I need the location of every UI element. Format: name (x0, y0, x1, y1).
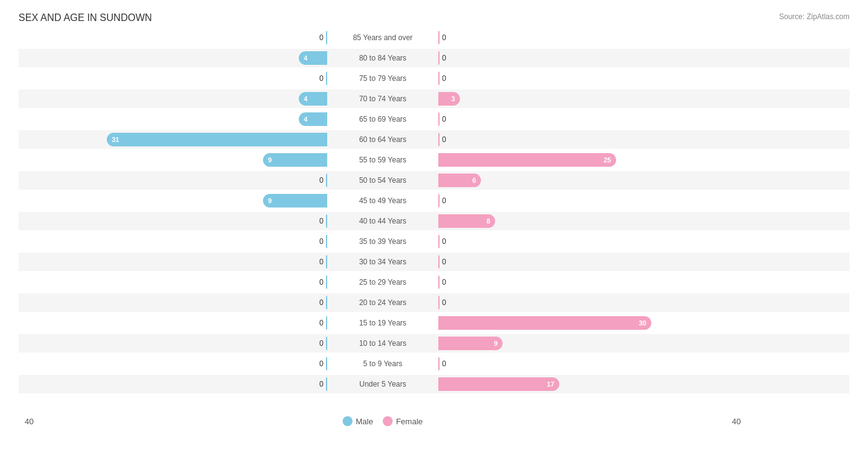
chart-row: 05 to 9 Years0 (19, 354, 849, 373)
female-value: 8 (486, 217, 490, 225)
left-bar-section: 0 (19, 314, 327, 332)
female-value: 0 (442, 33, 446, 42)
male-bar: 31 (107, 133, 327, 146)
female-bar: 0 (438, 72, 440, 85)
chart-row: 945 to 49 Years0 (19, 191, 849, 210)
chart-row: 075 to 79 Years0 (19, 69, 849, 88)
chart-row: 025 to 29 Years0 (19, 273, 849, 291)
right-bar-section: 0 (438, 293, 747, 312)
female-bar: 6 (438, 174, 481, 187)
male-value: 0 (319, 237, 323, 246)
right-bar-section: 0 (438, 273, 747, 291)
right-bar-section: 3 (438, 90, 747, 108)
male-bar: 4 (299, 112, 327, 126)
age-label: 25 to 29 Years (327, 278, 438, 287)
chart-area: 085 Years and over0480 to 84 Years0075 t… (19, 28, 849, 411)
female-value: 0 (442, 237, 446, 246)
female-value: 0 (442, 196, 446, 205)
left-bar-section: 4 (19, 49, 327, 67)
right-bar-section: 30 (438, 314, 747, 332)
legend-male-label: Male (356, 417, 373, 426)
male-bar: 4 (299, 51, 327, 65)
axis-bottom: 40 Male Female 40 (19, 416, 849, 426)
legend: Male Female (327, 416, 438, 426)
left-bar-section: 0 (19, 253, 327, 271)
right-bar-section: 0 (438, 354, 747, 373)
male-value: 4 (304, 54, 307, 62)
age-label: 45 to 49 Years (327, 196, 438, 205)
male-bar: 9 (263, 194, 327, 208)
female-bar: 0 (438, 296, 440, 309)
age-label: 75 to 79 Years (327, 74, 438, 83)
female-value: 9 (494, 340, 498, 347)
male-value: 0 (319, 176, 323, 185)
age-label: 35 to 39 Years (327, 237, 438, 246)
left-bar-section: 0 (19, 171, 327, 190)
left-bar-section: 0 (19, 293, 327, 312)
left-bar-section: 0 (19, 273, 327, 291)
age-label: 15 to 19 Years (327, 319, 438, 327)
male-value: 0 (319, 258, 323, 266)
age-label: 80 to 84 Years (327, 54, 438, 62)
source-label: Source: ZipAtlas.com (779, 12, 849, 21)
legend-female-label: Female (396, 417, 422, 426)
chart-row: 3160 to 64 Years0 (19, 130, 849, 149)
female-bar: 25 (438, 153, 616, 167)
right-bar-section: 0 (438, 28, 747, 47)
age-label: 50 to 54 Years (327, 176, 438, 185)
age-label: 70 to 74 Years (327, 94, 438, 103)
right-bar-section: 0 (438, 110, 747, 128)
chart-row: 085 Years and over0 (19, 28, 849, 47)
female-bar: 0 (438, 31, 440, 44)
male-value: 0 (319, 380, 323, 388)
age-label: 5 to 9 Years (327, 359, 438, 368)
male-bar: 4 (299, 92, 327, 106)
chart-row: 040 to 44 Years8 (19, 212, 849, 230)
right-bar-section: 25 (438, 151, 747, 169)
chart-row: 480 to 84 Years0 (19, 49, 849, 67)
male-value: 0 (319, 278, 323, 287)
female-bar: 9 (438, 337, 503, 350)
age-label: 65 to 69 Years (327, 115, 438, 124)
chart-row: 955 to 59 Years25 (19, 151, 849, 169)
male-value: 0 (319, 339, 323, 348)
female-bar: 0 (438, 51, 440, 65)
left-bar-section: 0 (19, 354, 327, 373)
female-bar: 3 (438, 92, 460, 106)
male-value: 9 (268, 197, 272, 204)
male-value: 0 (319, 298, 323, 307)
female-value: 0 (442, 359, 446, 368)
age-label: 10 to 14 Years (327, 339, 438, 348)
female-bar: 8 (438, 214, 495, 228)
left-bar-section: 0 (19, 334, 327, 353)
male-value: 0 (319, 319, 323, 327)
legend-female: Female (383, 416, 422, 426)
left-bar-section: 4 (19, 110, 327, 128)
legend-male-box (343, 416, 353, 426)
female-value: 0 (442, 135, 446, 144)
legend-male: Male (343, 416, 373, 426)
male-value: 0 (319, 359, 323, 368)
left-bar-section: 31 (19, 130, 327, 149)
chart-row: 050 to 54 Years6 (19, 171, 849, 190)
female-bar: 0 (438, 194, 440, 208)
male-value: 9 (268, 156, 272, 164)
left-bar-section: 0 (19, 375, 327, 393)
female-bar: 0 (438, 275, 440, 289)
axis-right-value: 40 (438, 417, 747, 426)
age-label: 55 to 59 Years (327, 156, 438, 164)
male-value: 4 (304, 115, 307, 123)
chart-row: 465 to 69 Years0 (19, 110, 849, 128)
female-value: 0 (442, 298, 446, 307)
right-bar-section: 9 (438, 334, 747, 353)
right-bar-section: 0 (438, 253, 747, 271)
female-bar: 0 (438, 133, 440, 146)
female-value: 0 (442, 115, 446, 124)
right-bar-section: 8 (438, 212, 747, 230)
right-bar-section: 0 (438, 130, 747, 149)
chart-row: 020 to 24 Years0 (19, 293, 849, 312)
right-bar-section: 0 (438, 191, 747, 210)
left-bar-section: 0 (19, 28, 327, 47)
chart-row: 470 to 74 Years3 (19, 90, 849, 108)
chart-row: 0Under 5 Years17 (19, 375, 849, 393)
